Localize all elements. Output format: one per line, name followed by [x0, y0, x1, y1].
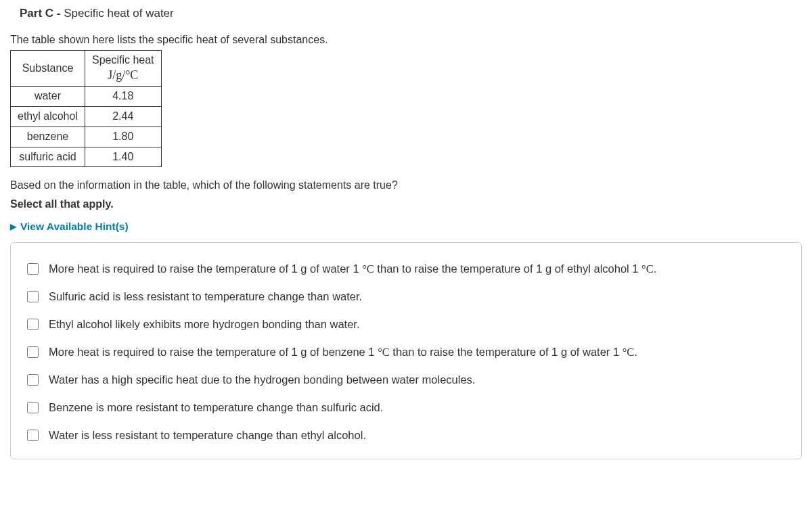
option-row[interactable]: More heat is required to raise the tempe… [24, 338, 788, 366]
cell-substance: benzene [11, 127, 85, 147]
option-checkbox[interactable] [27, 402, 39, 413]
answer-options-box: More heat is required to raise the tempe… [10, 242, 802, 459]
option-label: Water is less resistant to temperature c… [49, 429, 366, 442]
option-label: More heat is required to raise the tempe… [49, 262, 656, 276]
option-label: Sulfuric acid is less resistant to tempe… [49, 290, 362, 303]
question-text: Based on the information in the table, w… [10, 179, 802, 191]
view-hints-toggle[interactable]: ▶ View Available Hint(s) [10, 221, 129, 233]
cell-substance: ethyl alcohol [11, 106, 85, 127]
cell-value: 1.40 [85, 147, 161, 167]
table-row: benzene 1.80 [11, 127, 162, 147]
part-subtitle: Specific heat of water [64, 7, 174, 20]
cell-substance: sulfuric acid [11, 147, 85, 167]
table-row: sulfuric acid 1.40 [11, 147, 162, 167]
option-row[interactable]: Sulfuric acid is less resistant to tempe… [24, 283, 788, 311]
option-checkbox[interactable] [27, 430, 39, 441]
option-row[interactable]: Ethyl alcohol likely exhibits more hydro… [24, 311, 788, 338]
part-title: Part C - Specific heat of water [10, 7, 802, 20]
option-label: Ethyl alcohol likely exhibits more hydro… [49, 318, 360, 331]
cell-value: 2.44 [85, 106, 161, 127]
option-checkbox[interactable] [27, 291, 39, 302]
question-container: Part C - Specific heat of water The tabl… [0, 0, 812, 473]
option-label: Benzene is more resistant to temperature… [49, 401, 383, 414]
cell-substance: water [11, 87, 85, 107]
option-checkbox[interactable] [27, 319, 39, 330]
part-label: Part C - [20, 7, 64, 20]
cell-value: 1.80 [85, 127, 161, 147]
specific-heat-table: Substance Specific heat J/g/°C water 4.1… [10, 50, 162, 167]
table-header-row: Substance Specific heat J/g/°C [11, 51, 162, 87]
option-row[interactable]: More heat is required to raise the tempe… [24, 255, 788, 283]
option-checkbox[interactable] [27, 374, 39, 386]
option-checkbox[interactable] [27, 346, 39, 358]
heat-label: Specific heat [92, 54, 154, 66]
chevron-right-icon: ▶ [10, 222, 16, 231]
col-specific-heat: Specific heat J/g/°C [85, 51, 161, 87]
intro-text: The table shown here lists the specific … [10, 34, 802, 46]
instruction-text: Select all that apply. [10, 198, 802, 210]
option-row[interactable]: Water is less resistant to temperature c… [24, 421, 788, 449]
table-row: water 4.18 [11, 87, 162, 107]
cell-value: 4.18 [85, 87, 161, 107]
option-checkbox[interactable] [27, 263, 39, 275]
option-label: Water has a high specific heat due to th… [49, 373, 475, 386]
option-label: More heat is required to raise the tempe… [49, 346, 637, 359]
table-row: ethyl alcohol 2.44 [11, 106, 162, 127]
col-substance: Substance [11, 51, 85, 87]
hints-label: View Available Hint(s) [20, 221, 129, 233]
heat-unit: J/g/°C [108, 68, 138, 82]
option-row[interactable]: Benzene is more resistant to temperature… [24, 394, 788, 421]
option-row[interactable]: Water has a high specific heat due to th… [24, 366, 788, 394]
